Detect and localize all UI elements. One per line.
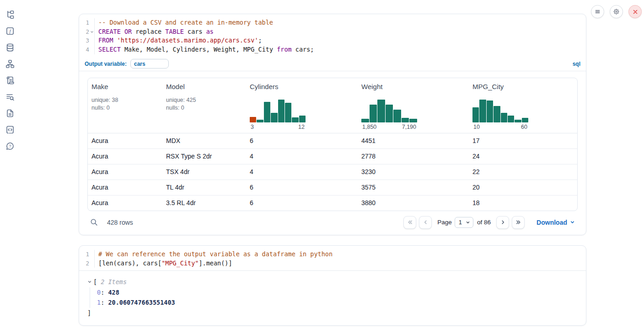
output-variable-label: Output variable: (85, 61, 127, 67)
table-cell: Acura (88, 137, 162, 144)
histogram-axis: 1,8507,190 (361, 124, 417, 130)
table-cell: 4 (246, 168, 358, 175)
table-row[interactable]: AcuraMDX6445117 (88, 133, 577, 148)
left-sidebar: f ? (0, 0, 20, 151)
column-header-label[interactable]: Make (91, 83, 159, 90)
python-cell-output: [ 2 Items 0: 4281: 20.060747663551403 ] (79, 271, 586, 325)
menu-button[interactable] (591, 5, 604, 18)
histogram-bar (377, 100, 385, 122)
documentation-icon[interactable] (5, 109, 15, 118)
histogram-bar (278, 100, 284, 122)
sql-cell-footer: Output variable: sql (79, 57, 586, 71)
language-badge: sql (573, 61, 580, 67)
table-cell: 3575 (358, 184, 469, 191)
chevron-down-icon (466, 220, 470, 225)
file-explorer-icon[interactable] (5, 10, 15, 19)
previous-page-button[interactable] (419, 216, 432, 229)
next-page-button[interactable] (496, 216, 509, 229)
page-select[interactable]: 1 (455, 217, 473, 228)
search-button[interactable] (90, 218, 98, 226)
window-controls (591, 5, 642, 18)
column-header: Modelunique: 425nulls: 0 (162, 83, 246, 130)
chevrons-right-icon (515, 219, 521, 225)
column-stats: unique: 38nulls: 0 (91, 96, 159, 112)
histogram-bar (361, 119, 369, 122)
table-cell: 3230 (358, 168, 469, 175)
download-button[interactable]: Download (537, 219, 575, 226)
histogram-axis: 1060 (472, 124, 528, 130)
collapse-toggle[interactable] (87, 280, 92, 284)
help-icon[interactable]: ? (5, 142, 15, 151)
list-item: 0: 428 (97, 287, 578, 298)
histogram-bar (409, 119, 417, 122)
data-table: Makeunique: 38nulls: 0Modelunique: 425nu… (87, 78, 578, 211)
code-line: 2[len(cars), cars["MPG_City"].mean()] (79, 259, 586, 268)
histogram-bar (472, 107, 479, 122)
snippets-icon[interactable] (5, 125, 15, 134)
histogram-bar (494, 106, 500, 122)
scratchpad-icon[interactable] (5, 76, 15, 85)
close-bracket: ] (87, 308, 578, 318)
svg-text:?: ? (9, 143, 11, 148)
python-code-editor[interactable]: 1# We can reference the output variable … (79, 246, 586, 270)
fold-chevron-icon[interactable] (89, 29, 94, 34)
column-histogram: 312 (250, 100, 306, 130)
last-page-button[interactable] (512, 216, 525, 229)
table-cell: Acura (88, 199, 162, 206)
table-cell: TSX 4dr (162, 168, 246, 175)
column-header-label[interactable]: Weight (361, 83, 465, 90)
list-items: 0: 4281: 20.060747663551403 (90, 287, 578, 308)
shutdown-button[interactable] (628, 5, 642, 18)
column-header-label[interactable]: Model (166, 83, 242, 90)
table-cell: MDX (162, 137, 246, 144)
list-item: 1: 20.060747663551403 (97, 297, 578, 308)
table-row[interactable]: Acura3.5 RL 4dr6388018 (88, 195, 577, 211)
python-cell: 1# We can reference the output variable … (79, 245, 586, 326)
column-header: Cylinders312 (246, 83, 358, 130)
page-label: Page (437, 219, 452, 226)
pagination: Page 1 of 86 Download (403, 216, 575, 229)
histogram-bar (386, 105, 393, 122)
table-cell: RSX Type S 2dr (162, 153, 246, 160)
histogram-bar (393, 110, 401, 122)
datasources-icon[interactable] (5, 43, 15, 52)
histogram-bar (508, 116, 514, 122)
histogram-bar (271, 113, 277, 122)
line-number: 2 (79, 27, 95, 37)
notebook: 1-- Download a CSV and create an in-memo… (79, 14, 586, 326)
open-bracket: [ (93, 277, 97, 287)
column-header: Makeunique: 38nulls: 0 (88, 83, 162, 130)
table-footer: 428 rows Page 1 of 86 (87, 216, 578, 229)
first-page-button[interactable] (403, 216, 416, 229)
chevron-down-icon (570, 220, 575, 225)
code-text: # We can reference the output variable a… (95, 250, 333, 259)
column-histogram: 1,8507,190 (361, 100, 417, 130)
histogram-bar (370, 105, 377, 122)
chevrons-left-icon (407, 219, 413, 225)
table-cell: 18 (469, 199, 577, 206)
column-header-label[interactable]: MPG_City (472, 83, 574, 90)
table-cell: 6 (246, 199, 358, 206)
table-cell: 3880 (358, 199, 469, 206)
table-row[interactable]: AcuraRSX Type S 2dr4277824 (88, 148, 577, 164)
histogram-bar (257, 120, 263, 122)
table-cell: 3.5 RL 4dr (162, 199, 246, 206)
column-histogram: 1060 (472, 100, 528, 130)
page-count-label: of 86 (477, 219, 491, 226)
table-cell: TL 4dr (162, 184, 246, 191)
output-variable-input[interactable] (130, 59, 169, 69)
settings-button[interactable] (610, 5, 623, 18)
sql-code-editor[interactable]: 1-- Download a CSV and create an in-memo… (79, 14, 586, 57)
column-header-label[interactable]: Cylinders (250, 83, 354, 90)
column-header: Weight1,8507,190 (358, 83, 469, 130)
dependency-graph-icon[interactable] (5, 59, 15, 69)
functions-icon[interactable]: f (5, 26, 15, 36)
logs-icon[interactable] (5, 92, 15, 101)
close-icon (633, 9, 638, 15)
table-row[interactable]: AcuraTSX 4dr4323022 (88, 164, 577, 180)
histogram-bar (250, 117, 256, 122)
histogram-bar (292, 117, 298, 122)
search-icon (90, 218, 98, 226)
table-row[interactable]: AcuraTL 4dr6357520 (88, 180, 577, 195)
code-line: 4SELECT Make, Model, Cylinders, Weight, … (79, 45, 586, 54)
